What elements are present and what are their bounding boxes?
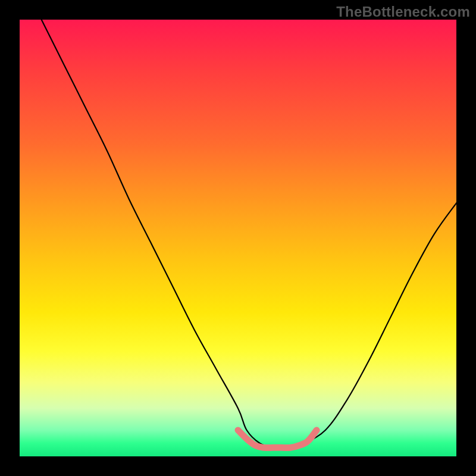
watermark-text: TheBottleneck.com [336, 4, 470, 20]
optimal-zone-marker [238, 430, 317, 448]
chart-frame: TheBottleneck.com [0, 0, 476, 476]
curve-layer [20, 20, 456, 456]
bottleneck-curve [42, 20, 456, 448]
plot-area [20, 20, 456, 456]
